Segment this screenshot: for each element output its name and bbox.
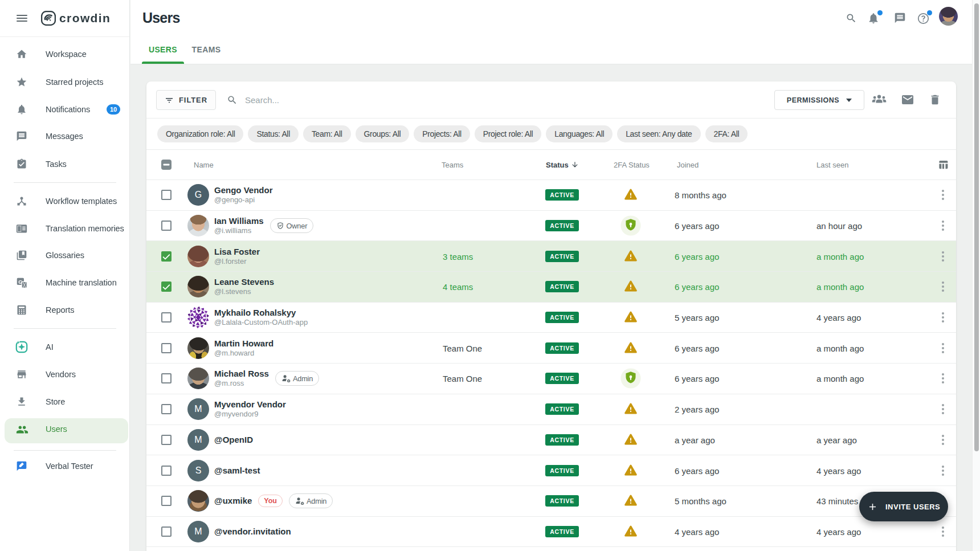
svg-text:╳: ╳	[22, 281, 26, 287]
